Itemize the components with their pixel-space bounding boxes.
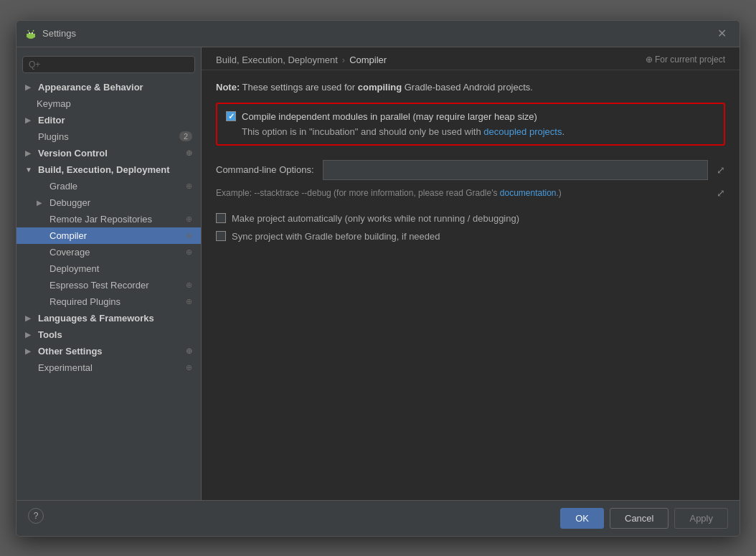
decoupled-link[interactable]: decoupled projects [483,126,562,137]
expand-button2[interactable]: ⤢ [717,187,725,199]
settings-icon: ⊕ [186,231,192,240]
breadcrumb-part1: Build, Execution, Deployment [216,55,338,65]
make-project-row[interactable]: Make project automatically (only works w… [216,213,725,224]
parallel-option-row1: Compile independent modules in parallel … [226,111,715,122]
settings-icon: ⊕ [186,297,192,306]
arrow-icon: ▶ [25,83,34,91]
sidebar-item-label: Deployment [49,263,99,274]
main-content: Note: These settings are used for compil… [202,70,740,500]
footer: ? OK Cancel Apply [16,500,740,536]
svg-point-2 [29,32,30,34]
arrow-icon: ▶ [25,331,34,339]
breadcrumb-current: Compiler [349,55,387,65]
parallel-checkbox[interactable] [226,111,236,121]
settings-icon: ⊕ [186,281,192,290]
sidebar-item-label: Version Control [38,148,108,159]
sidebar-item-keymap[interactable]: Keymap [16,95,201,112]
arrow-icon: ▶ [25,314,34,322]
expand-button[interactable]: ⤢ [717,164,725,176]
settings-icon: ⊕ [186,347,192,356]
sidebar-item-label: Other Settings [38,346,103,357]
main-panel: Build, Execution, Deployment › Compiler … [202,47,740,500]
help-button[interactable]: ? [28,508,44,524]
sidebar-item-other-settings[interactable]: ▶ Other Settings ⊕ [16,343,201,359]
parallel-option-row2: This option is in "incubation" and shoul… [226,126,715,137]
plugins-badge: 2 [179,131,192,141]
titlebar-left: Settings [25,28,76,39]
sidebar-item-debugger[interactable]: ▶ Debugger [16,194,201,211]
sidebar-item-label: Languages & Frameworks [38,313,154,324]
settings-icon: ⊕ [186,149,192,158]
ok-button[interactable]: OK [560,508,604,529]
close-button[interactable]: ✕ [713,27,731,41]
sidebar-item-label: Keymap [37,98,71,109]
sidebar-item-required-plugins[interactable]: Required Plugins ⊕ [16,293,201,310]
arrow-icon: ▶ [25,347,34,355]
android-icon [25,28,37,39]
cmdline-input[interactable] [323,160,708,180]
search-input[interactable] [22,56,195,73]
project-note: ⊕ For current project [646,55,725,65]
sidebar-item-coverage[interactable]: Coverage ⊕ [16,244,201,260]
note-text: Note: These settings are used for compil… [216,82,725,93]
cancel-button[interactable]: Cancel [610,508,668,529]
svg-rect-1 [27,34,35,37]
arrow-icon: ▶ [25,149,34,157]
cmdline-row: Command-line Options: ⤢ [216,160,725,180]
sidebar-item-label: Debugger [49,197,90,208]
sidebar-item-languages[interactable]: ▶ Languages & Frameworks [16,310,201,326]
sidebar-item-label: Plugins [38,131,69,142]
sidebar-item-experimental[interactable]: Experimental ⊕ [16,359,201,376]
sidebar-item-label: Tools [38,329,62,340]
settings-icon: ⊕ [186,182,192,191]
documentation-link[interactable]: documentation [500,188,557,198]
cmdline-label: Command-line Options: [216,164,314,175]
make-project-checkbox[interactable] [216,213,226,223]
sidebar-item-gradle[interactable]: Gradle ⊕ [16,178,201,194]
apply-button[interactable]: Apply [674,508,728,529]
svg-point-3 [32,32,33,34]
settings-icon: ⊕ [186,215,192,224]
svg-line-5 [33,30,34,32]
sidebar-item-version-control[interactable]: ▶ Version Control ⊕ [16,145,201,161]
sidebar-item-label: Gradle [49,181,77,192]
settings-icon: ⊕ [186,363,192,372]
sidebar-item-appearance[interactable]: ▶ Appearance & Behavior [16,79,201,95]
sidebar-item-label: Espresso Test Recorder [49,280,149,291]
sidebar-item-label: Coverage [49,247,90,258]
sidebar-item-label: Remote Jar Repositories [49,214,152,225]
sidebar-item-build[interactable]: ▼ Build, Execution, Deployment [16,161,201,178]
arrow-icon: ▶ [37,199,45,207]
footer-left: ? [28,508,44,529]
sidebar-item-label: Build, Execution, Deployment [38,164,169,175]
dialog-title: Settings [42,28,76,39]
sidebar-item-compiler[interactable]: Compiler ⊕ [16,227,201,244]
parallel-label: Compile independent modules in parallel … [242,111,537,122]
arrow-icon: ▶ [25,116,34,124]
sidebar-item-label: Experimental [38,362,93,373]
parallel-option-box: Compile independent modules in parallel … [216,103,725,146]
sidebar-item-label: Required Plugins [49,296,121,307]
make-project-label: Make project automatically (only works w… [232,213,519,224]
sidebar-item-label: Editor [38,115,65,126]
svg-line-4 [28,30,29,32]
breadcrumb-sep: › [342,55,345,65]
sync-gradle-label: Sync project with Gradle before building… [232,231,440,242]
sidebar-item-remote-jar[interactable]: Remote Jar Repositories ⊕ [16,211,201,227]
sidebar-item-espresso[interactable]: Espresso Test Recorder ⊕ [16,277,201,293]
sidebar: ▶ Appearance & Behavior Keymap ▶ Editor … [16,47,202,500]
content-area: ▶ Appearance & Behavior Keymap ▶ Editor … [16,47,740,500]
sync-gradle-row[interactable]: Sync project with Gradle before building… [216,231,725,242]
sidebar-item-plugins[interactable]: Plugins 2 [16,128,201,145]
sidebar-item-label: Compiler [49,230,87,241]
titlebar: Settings ✕ [16,21,740,47]
sidebar-item-editor[interactable]: ▶ Editor [16,112,201,128]
sync-gradle-checkbox[interactable] [216,231,226,241]
breadcrumb: Build, Execution, Deployment › Compiler … [202,47,740,70]
sidebar-item-deployment[interactable]: Deployment [16,260,201,277]
settings-icon: ⊕ [186,248,192,257]
example-text: Example: --stacktrace --debug (for more … [216,187,725,199]
sidebar-item-tools[interactable]: ▶ Tools [16,326,201,343]
sidebar-item-label: Appearance & Behavior [38,82,143,93]
settings-dialog: Settings ✕ ▶ Appearance & Behavior Keyma… [16,20,740,537]
